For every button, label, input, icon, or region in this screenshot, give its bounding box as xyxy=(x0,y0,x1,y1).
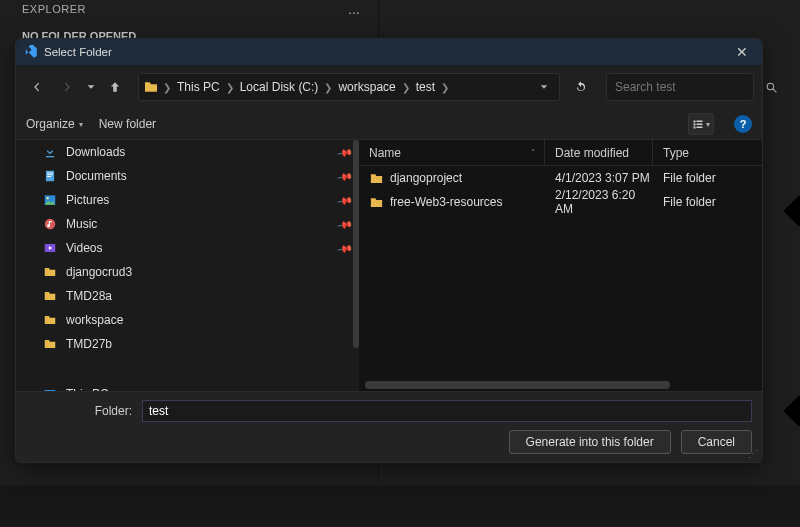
view-mode-button[interactable]: ▾ xyxy=(688,113,714,135)
sidebar-item-videos[interactable]: Videos 📌 xyxy=(16,236,359,260)
chevron-right-icon: ❯ xyxy=(163,82,171,93)
help-button[interactable]: ? xyxy=(734,115,752,133)
sidebar-item-this-pc[interactable]: ⌄ This PC xyxy=(16,382,359,391)
svg-rect-4 xyxy=(47,174,53,175)
select-folder-dialog: Select Folder ✕ ❯ This PC ❯ Local Disk (… xyxy=(15,38,763,463)
folder-icon xyxy=(369,195,384,210)
document-icon xyxy=(42,169,58,183)
folder-field-label: Folder: xyxy=(26,404,136,418)
column-label: Name xyxy=(369,146,401,160)
search-icon xyxy=(765,81,778,94)
sidebar-item-label: This PC xyxy=(66,387,109,391)
nav-recent-caret[interactable] xyxy=(84,74,98,100)
column-header-date[interactable]: Date modified xyxy=(545,140,653,165)
folder-icon xyxy=(42,313,58,327)
nav-back-button[interactable] xyxy=(24,74,50,100)
pin-icon: 📌 xyxy=(337,168,353,184)
folder-icon xyxy=(369,171,384,186)
generate-button[interactable]: Generate into this folder xyxy=(509,430,671,454)
sidebar-item-folder[interactable]: djangocrud3 xyxy=(16,260,359,284)
list-header: Name ˄ Date modified Type xyxy=(359,140,762,166)
sidebar-item-label: Music xyxy=(66,217,97,231)
resize-grip-icon[interactable]: ⋰ xyxy=(748,448,758,459)
chevron-down-icon: ▾ xyxy=(706,120,710,129)
sidebar-item-label: Pictures xyxy=(66,193,109,207)
new-folder-button[interactable]: New folder xyxy=(99,117,156,131)
file-list-pane: Name ˄ Date modified Type djangoproject … xyxy=(359,140,762,391)
nav-up-button[interactable] xyxy=(102,74,128,100)
close-icon[interactable]: ✕ xyxy=(730,45,754,59)
toolbar: Organize ▾ New folder ▾ ? xyxy=(16,109,762,139)
svg-rect-5 xyxy=(47,176,51,177)
refresh-button[interactable] xyxy=(566,73,596,101)
dialog-footer: Folder: Generate into this folder Cancel xyxy=(16,391,762,462)
column-header-type[interactable]: Type xyxy=(653,140,762,165)
list-horizontal-scrollbar[interactable] xyxy=(365,381,756,389)
breadcrumb-item[interactable]: workspace xyxy=(336,80,397,94)
address-dropdown-icon[interactable] xyxy=(533,82,555,92)
file-name: free-Web3-resources xyxy=(390,195,503,209)
breadcrumb-item[interactable]: This PC xyxy=(175,80,222,94)
sidebar-item-label: djangocrud3 xyxy=(66,265,132,279)
chevron-down-icon: ▾ xyxy=(79,120,83,129)
folder-icon xyxy=(42,337,58,351)
new-folder-label: New folder xyxy=(99,117,156,131)
sidebar-item-folder[interactable]: TMD27b xyxy=(16,332,359,356)
sidebar-item-folder[interactable]: workspace xyxy=(16,308,359,332)
sidebar-item-music[interactable]: Music 📌 xyxy=(16,212,359,236)
nav-forward-button[interactable] xyxy=(54,74,80,100)
navigation-pane: Downloads 📌 Documents 📌 Pictures 📌 Music xyxy=(16,140,359,391)
organize-button[interactable]: Organize ▾ xyxy=(26,117,83,131)
bg-accent-shape xyxy=(783,195,800,226)
music-icon xyxy=(42,217,58,231)
chevron-down-icon[interactable]: ⌄ xyxy=(24,389,32,392)
pin-icon: 📌 xyxy=(337,192,353,208)
sidebar-item-label: workspace xyxy=(66,313,123,327)
breadcrumb-item[interactable]: Local Disk (C:) xyxy=(238,80,321,94)
svg-rect-3 xyxy=(47,173,53,174)
svg-point-0 xyxy=(767,83,774,90)
column-label: Date modified xyxy=(555,146,629,160)
chevron-right-icon: ❯ xyxy=(324,82,332,93)
folder-icon xyxy=(143,79,159,95)
explorer-header: EXPLORER xyxy=(22,3,86,15)
pin-icon: 📌 xyxy=(337,216,353,232)
table-row[interactable]: djangoproject 4/1/2023 3:07 PM File fold… xyxy=(359,166,762,190)
column-label: Type xyxy=(663,146,689,160)
folder-name-input[interactable] xyxy=(142,400,752,422)
address-bar[interactable]: ❯ This PC ❯ Local Disk (C:) ❯ workspace … xyxy=(138,73,560,101)
sidebar-item-label: TMD28a xyxy=(66,289,112,303)
organize-label: Organize xyxy=(26,117,75,131)
bg-accent-shape xyxy=(783,395,800,426)
chevron-right-icon: ❯ xyxy=(226,82,234,93)
file-date: 2/12/2023 6:20 AM xyxy=(545,188,653,216)
bg-panel-bottom xyxy=(0,485,800,527)
file-type: File folder xyxy=(653,195,762,209)
column-header-name[interactable]: Name ˄ xyxy=(359,140,545,165)
table-row[interactable]: free-Web3-resources 2/12/2023 6:20 AM Fi… xyxy=(359,190,762,214)
sidebar-item-pictures[interactable]: Pictures 📌 xyxy=(16,188,359,212)
svg-point-7 xyxy=(47,197,49,199)
nav-row: ❯ This PC ❯ Local Disk (C:) ❯ workspace … xyxy=(16,65,762,109)
chevron-right-icon: ❯ xyxy=(441,82,449,93)
sidebar-item-downloads[interactable]: Downloads 📌 xyxy=(16,140,359,164)
svg-line-1 xyxy=(773,89,776,92)
cancel-button[interactable]: Cancel xyxy=(681,430,752,454)
folder-icon xyxy=(42,265,58,279)
search-input[interactable] xyxy=(615,80,765,94)
explorer-more-icon[interactable]: ··· xyxy=(348,4,360,20)
search-box[interactable] xyxy=(606,73,754,101)
videos-icon xyxy=(42,241,58,255)
chevron-right-icon: ❯ xyxy=(402,82,410,93)
list-body[interactable]: djangoproject 4/1/2023 3:07 PM File fold… xyxy=(359,166,762,391)
pin-icon: 📌 xyxy=(337,240,353,256)
sidebar-item-label: Downloads xyxy=(66,145,125,159)
folder-icon xyxy=(42,289,58,303)
sidebar-item-label: Videos xyxy=(66,241,102,255)
file-name: djangoproject xyxy=(390,171,462,185)
breadcrumb-item[interactable]: test xyxy=(414,80,437,94)
sidebar-item-label: TMD27b xyxy=(66,337,112,351)
dialog-title: Select Folder xyxy=(44,46,112,58)
sidebar-item-documents[interactable]: Documents 📌 xyxy=(16,164,359,188)
sidebar-item-folder[interactable]: TMD28a xyxy=(16,284,359,308)
